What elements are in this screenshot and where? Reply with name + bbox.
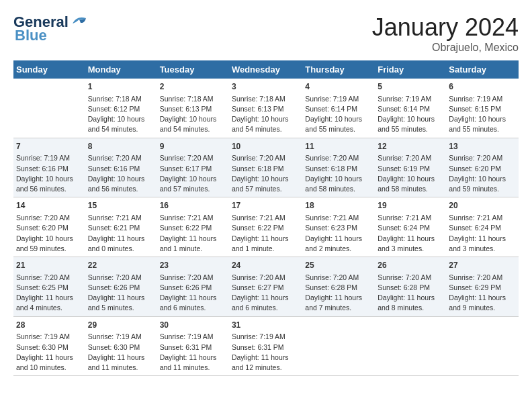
day-info: Sunrise: 7:20 AM Sunset: 6:28 PM Dayligh… [378,273,443,314]
day-info: Sunrise: 7:19 AM Sunset: 6:30 PM Dayligh… [16,332,83,373]
calendar-cell: 24Sunrise: 7:20 AM Sunset: 6:27 PM Dayli… [229,257,302,317]
calendar-cell: 15Sunrise: 7:21 AM Sunset: 6:21 PM Dayli… [85,197,157,257]
calendar-cell: 22Sunrise: 7:20 AM Sunset: 6:26 PM Dayli… [85,257,157,317]
page-header: General Blue January 2024 Obrajuelo, Mex… [13,13,519,54]
day-info: Sunrise: 7:20 AM Sunset: 6:20 PM Dayligh… [16,213,83,254]
calendar-cell: 12Sunrise: 7:20 AM Sunset: 6:19 PM Dayli… [375,138,446,197]
calendar-cell: 16Sunrise: 7:21 AM Sunset: 6:22 PM Dayli… [157,197,229,257]
calendar-cell: 17Sunrise: 7:21 AM Sunset: 6:22 PM Dayli… [229,197,302,257]
calendar-cell: 20Sunrise: 7:21 AM Sunset: 6:24 PM Dayli… [446,197,519,257]
day-info: Sunrise: 7:19 AM Sunset: 6:15 PM Dayligh… [449,94,516,135]
day-number: 2 [160,81,226,93]
calendar-cell: 26Sunrise: 7:20 AM Sunset: 6:28 PM Dayli… [375,257,446,317]
calendar-cell: 13Sunrise: 7:20 AM Sunset: 6:20 PM Dayli… [446,138,519,197]
day-info: Sunrise: 7:18 AM Sunset: 6:13 PM Dayligh… [160,94,226,135]
day-number: 26 [378,260,443,271]
day-info: Sunrise: 7:19 AM Sunset: 6:14 PM Dayligh… [378,94,443,135]
calendar-cell: 30Sunrise: 7:19 AM Sunset: 6:31 PM Dayli… [157,316,229,376]
day-info: Sunrise: 7:20 AM Sunset: 6:26 PM Dayligh… [160,273,226,314]
calendar-cell: 29Sunrise: 7:19 AM Sunset: 6:30 PM Dayli… [85,316,157,376]
calendar-cell: 23Sunrise: 7:20 AM Sunset: 6:26 PM Dayli… [157,257,229,317]
day-number: 8 [88,141,154,152]
calendar-cell: 8Sunrise: 7:20 AM Sunset: 6:16 PM Daylig… [85,138,157,197]
weekday-header-saturday: Saturday [446,60,519,79]
day-number: 28 [16,320,83,331]
day-number: 22 [88,260,154,271]
day-number: 25 [305,260,372,271]
day-info: Sunrise: 7:19 AM Sunset: 6:31 PM Dayligh… [232,332,300,373]
calendar-cell: 19Sunrise: 7:21 AM Sunset: 6:24 PM Dayli… [375,197,446,257]
weekday-header-row: SundayMondayTuesdayWednesdayThursdayFrid… [13,60,519,79]
day-info: Sunrise: 7:20 AM Sunset: 6:26 PM Dayligh… [88,273,154,314]
day-number: 21 [16,260,83,271]
day-info: Sunrise: 7:21 AM Sunset: 6:23 PM Dayligh… [305,213,372,254]
logo-bird-icon [70,14,89,28]
day-number: 16 [160,200,226,212]
day-info: Sunrise: 7:20 AM Sunset: 6:16 PM Dayligh… [88,153,154,194]
day-info: Sunrise: 7:21 AM Sunset: 6:24 PM Dayligh… [378,213,443,254]
title-block: January 2024 Obrajuelo, Mexico [372,13,519,54]
calendar-cell: 18Sunrise: 7:21 AM Sunset: 6:23 PM Dayli… [302,197,375,257]
calendar-cell: 5Sunrise: 7:19 AM Sunset: 6:14 PM Daylig… [375,79,446,138]
day-number: 11 [305,141,372,152]
calendar-cell [302,316,375,376]
day-number: 3 [232,81,300,93]
day-number: 1 [88,81,154,93]
day-info: Sunrise: 7:18 AM Sunset: 6:13 PM Dayligh… [232,94,300,135]
day-info: Sunrise: 7:19 AM Sunset: 6:16 PM Dayligh… [16,153,83,194]
day-number: 12 [378,141,443,152]
calendar-cell: 6Sunrise: 7:19 AM Sunset: 6:15 PM Daylig… [446,79,519,138]
weekday-header-wednesday: Wednesday [229,60,302,79]
day-number: 10 [232,141,300,152]
logo: General Blue [13,13,89,44]
calendar-cell: 3Sunrise: 7:18 AM Sunset: 6:13 PM Daylig… [229,79,302,138]
logo-blue: Blue [15,27,47,44]
calendar-cell: 21Sunrise: 7:20 AM Sunset: 6:25 PM Dayli… [13,257,85,317]
day-info: Sunrise: 7:18 AM Sunset: 6:12 PM Dayligh… [88,94,154,135]
calendar-cell: 27Sunrise: 7:20 AM Sunset: 6:29 PM Dayli… [446,257,519,317]
day-info: Sunrise: 7:20 AM Sunset: 6:29 PM Dayligh… [449,273,516,314]
calendar-cell: 2Sunrise: 7:18 AM Sunset: 6:13 PM Daylig… [157,79,229,138]
calendar-cell: 14Sunrise: 7:20 AM Sunset: 6:20 PM Dayli… [13,197,85,257]
weekday-header-monday: Monday [85,60,157,79]
calendar-week-row: 7Sunrise: 7:19 AM Sunset: 6:16 PM Daylig… [13,138,519,197]
weekday-header-thursday: Thursday [302,60,375,79]
calendar-cell: 28Sunrise: 7:19 AM Sunset: 6:30 PM Dayli… [13,316,85,376]
day-info: Sunrise: 7:21 AM Sunset: 6:22 PM Dayligh… [232,213,300,254]
calendar-cell: 10Sunrise: 7:20 AM Sunset: 6:18 PM Dayli… [229,138,302,197]
day-number: 9 [160,141,226,152]
day-number: 13 [449,141,516,152]
day-number: 17 [232,200,300,212]
day-info: Sunrise: 7:20 AM Sunset: 6:27 PM Dayligh… [232,273,300,314]
calendar-cell: 7Sunrise: 7:19 AM Sunset: 6:16 PM Daylig… [13,138,85,197]
weekday-header-friday: Friday [375,60,446,79]
day-info: Sunrise: 7:21 AM Sunset: 6:24 PM Dayligh… [449,213,516,254]
day-number: 19 [378,200,443,212]
day-number: 7 [16,141,83,152]
day-info: Sunrise: 7:19 AM Sunset: 6:14 PM Dayligh… [305,94,372,135]
calendar-week-row: 21Sunrise: 7:20 AM Sunset: 6:25 PM Dayli… [13,257,519,317]
month-title: January 2024 [372,13,519,42]
calendar-cell: 1Sunrise: 7:18 AM Sunset: 6:12 PM Daylig… [85,79,157,138]
day-number: 15 [88,200,154,212]
calendar-week-row: 28Sunrise: 7:19 AM Sunset: 6:30 PM Dayli… [13,316,519,376]
calendar-cell: 9Sunrise: 7:20 AM Sunset: 6:17 PM Daylig… [157,138,229,197]
day-info: Sunrise: 7:21 AM Sunset: 6:22 PM Dayligh… [160,213,226,254]
location: Obrajuelo, Mexico [372,42,519,54]
day-info: Sunrise: 7:20 AM Sunset: 6:17 PM Dayligh… [160,153,226,194]
day-number: 29 [88,320,154,331]
day-number: 20 [449,200,516,212]
day-number: 23 [160,260,226,271]
day-info: Sunrise: 7:20 AM Sunset: 6:20 PM Dayligh… [449,153,516,194]
calendar-cell [375,316,446,376]
day-number: 18 [305,200,372,212]
day-number: 30 [160,320,226,331]
day-info: Sunrise: 7:20 AM Sunset: 6:28 PM Dayligh… [305,273,372,314]
day-info: Sunrise: 7:20 AM Sunset: 6:25 PM Dayligh… [16,273,83,314]
day-number: 31 [232,320,300,331]
weekday-header-sunday: Sunday [13,60,85,79]
day-number: 27 [449,260,516,271]
day-info: Sunrise: 7:19 AM Sunset: 6:31 PM Dayligh… [160,332,226,373]
calendar-table: SundayMondayTuesdayWednesdayThursdayFrid… [13,60,519,376]
calendar-cell [13,79,85,138]
